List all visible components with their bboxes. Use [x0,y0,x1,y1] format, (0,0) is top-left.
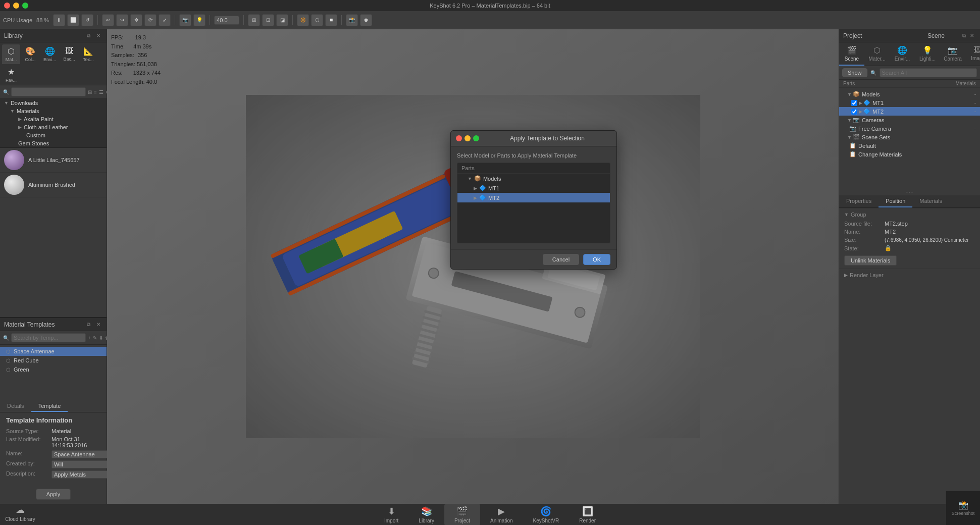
lib-tab-fav[interactable]: ★ Fav... [2,65,20,85]
template-import-btn[interactable]: ⬇ [99,334,103,342]
grid-btn[interactable]: ⊞ [248,14,260,26]
scene-row-models[interactable]: ▼ 📦 Models - [839,90,980,98]
record-btn[interactable]: ⏺ [360,14,372,26]
apply-button[interactable]: Apply [36,489,71,500]
group-section-title[interactable]: ▼ Group [844,212,975,218]
dialog-cancel-btn[interactable]: Cancel [543,254,579,265]
render-layer-title[interactable]: ▶ Render Layer [844,272,975,278]
materials-item[interactable]: ▼ Materials [0,107,107,115]
redo-btn[interactable]: ↪ [116,14,128,26]
bottom-tab-cloud[interactable]: ☁ Cloud Library [0,504,40,525]
undo-btn[interactable]: ↩ [102,14,114,26]
scene-search-input[interactable] [880,68,977,77]
minimize-btn[interactable] [13,3,19,9]
created-by-input[interactable] [51,460,112,468]
list-btn[interactable]: ☰ [99,88,104,96]
bottom-tab-library[interactable]: 📚 Library [408,504,444,525]
description-input[interactable] [51,470,112,479]
lib-tab-tex[interactable]: 📐 Tex... [79,44,97,64]
lib-tab-mat[interactable]: ⬡ Mat... [2,44,20,64]
template-item-space-antennae[interactable]: ⬡ Space Antennae [0,347,107,356]
dialog-ok-btn[interactable]: OK [583,254,610,265]
dialog-tree-mt2[interactable]: ▶ 🔷 MT2 [457,193,610,202]
settings-btn[interactable]: ↺ [81,14,93,26]
dialog-close-btn[interactable] [456,135,462,141]
name-input[interactable] [51,450,112,458]
mt2-checkbox[interactable] [851,109,857,115]
dialog-tree-models[interactable]: ▼ 📦 Models [457,174,610,183]
camera-btn[interactable]: 📷 [179,14,191,26]
tab-camera[interactable]: 📷 Camera [940,42,965,66]
gem-stones-item[interactable]: Gem Stones [0,139,107,147]
template-close-btn[interactable]: ✕ [94,321,102,329]
rotate-btn[interactable]: ⟳ [144,14,157,26]
template-add-btn[interactable]: + [88,334,91,342]
dialog-min-btn[interactable] [465,135,471,141]
bottom-tab-keyshot-vr[interactable]: 🌀 KeyShotVR [523,504,570,525]
sub-tab-properties[interactable]: Properties [839,195,879,207]
model-sets-btn[interactable]: ⬡ [311,14,323,26]
template-edit-btn[interactable]: ✎ [93,334,97,342]
tab-template[interactable]: Template [31,401,68,412]
scene-row-change-materials[interactable]: 📋 Change Materials [839,150,980,159]
move-btn[interactable]: ✥ [130,14,142,26]
dialog-max-btn[interactable] [473,135,479,141]
screenshot-panel[interactable]: 📸 Screenshot [946,491,980,525]
scene-row-mt2[interactable]: ▶ 🔷 MT2 - [839,107,980,116]
template-float-btn[interactable]: ⧉ [84,321,92,329]
sub-tab-materials-tab[interactable]: Materials [912,195,949,207]
tab-scene[interactable]: 🎬 Scene [839,42,864,66]
tab-details[interactable]: Details [0,401,31,412]
viewport[interactable]: FPS: 19.3 Time: 4m 39s Samples: 356 Tria… [107,29,839,504]
lib-tab-bac[interactable]: 🖼 Bac... [60,44,78,64]
library-search-input[interactable] [11,87,86,96]
mt1-checkbox[interactable] [851,100,857,106]
tab-environment[interactable]: 🌐 Envir... [890,42,915,66]
orient-btn[interactable]: ⊡ [262,14,274,26]
downloads-item[interactable]: ▼ Downloads [0,99,107,107]
background-btn[interactable]: ◽ [325,14,337,26]
library-close-btn[interactable]: ✕ [94,32,102,40]
axalta-paint-item[interactable]: ▶ Axalta Paint [0,115,107,123]
lib-tab-env[interactable]: 🌐 Envi... [40,44,59,64]
bottom-tab-project[interactable]: 🎬 Project [444,504,480,525]
explode-btn[interactable]: 🔆 [297,14,309,26]
bottom-tab-render[interactable]: 🔳 Render [569,504,606,525]
right-panel-close-btn[interactable]: ✕ [968,32,976,40]
pause-btn[interactable]: ⏸ [53,14,65,26]
maximize-btn[interactable] [22,3,28,9]
cloth-leather-item[interactable]: ▶ Cloth and Leather [0,123,107,131]
template-item-green[interactable]: ⬡ Green [0,365,107,374]
filter-btn[interactable]: ≡ [94,88,97,96]
fps-input[interactable] [214,16,239,25]
bottom-tab-import[interactable]: ⬇ Import [374,504,408,525]
template-item-red-cube[interactable]: ⬡ Red Cube [0,356,107,365]
scale-btn[interactable]: ⤢ [159,14,171,26]
show-button[interactable]: Show [842,68,867,77]
tab-materials[interactable]: ⬡ Mater... [864,42,890,66]
tab-lighting[interactable]: 💡 Lighti... [915,42,940,66]
sub-tab-position[interactable]: Position [879,195,912,207]
library-float-btn[interactable]: ⧉ [84,32,92,40]
scene-row-scene-sets[interactable]: ▼ 🎬 Scene Sets [839,133,980,141]
sort-btn[interactable]: ⊞ [88,88,92,96]
right-panel-float-btn[interactable]: ⧉ [960,32,968,40]
scene-row-free-camera[interactable]: 📷 Free Camera - [839,124,980,133]
scene-row-mt1[interactable]: ▶ 🔷 MT1 - [839,98,980,107]
scene-row-cameras[interactable]: ▼ 📷 Cameras [839,116,980,124]
dialog-tree-mt1[interactable]: ▶ 🔷 MT1 [457,183,610,193]
custom-item[interactable]: Custom [0,131,107,139]
template-search-input[interactable] [11,333,86,342]
lib-tab-col[interactable]: 🎨 Col... [21,44,39,64]
screenshot-btn[interactable]: 📸 [346,14,358,26]
material-item-aluminum[interactable]: Aluminum Brushed [0,173,107,197]
close-btn[interactable] [4,3,10,9]
scene-row-default[interactable]: 📋 Default [839,141,980,150]
bottom-tab-animation[interactable]: ▶ Animation [480,504,523,525]
tab-image[interactable]: 🖼 Image [965,42,980,66]
material-item-lilac[interactable]: A Little Lilac_745657 [0,148,107,173]
unlink-materials-btn[interactable]: Unlink Materials [844,255,897,266]
lights-btn[interactable]: 💡 [193,14,205,26]
view-btn[interactable]: ◪ [276,14,288,26]
render-btn[interactable]: ⬜ [67,14,79,26]
